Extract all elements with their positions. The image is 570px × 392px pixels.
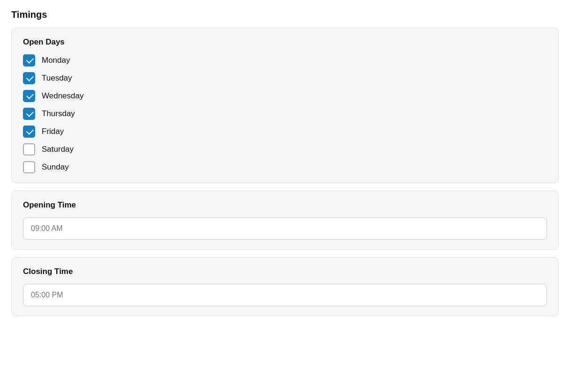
- page-title: Timings: [11, 9, 559, 20]
- checkbox-monday[interactable]: [23, 54, 35, 67]
- opening-time-title: Opening Time: [23, 200, 547, 210]
- open-days-card: Open Days MondayTuesdayWednesdayThursday…: [11, 28, 559, 183]
- day-item-friday[interactable]: Friday: [23, 126, 547, 138]
- checkbox-thursday[interactable]: [23, 108, 35, 120]
- checkbox-sunday[interactable]: [23, 161, 35, 173]
- day-label-saturday: Saturday: [42, 145, 74, 154]
- day-item-wednesday[interactable]: Wednesday: [23, 90, 547, 102]
- day-item-thursday[interactable]: Thursday: [23, 108, 547, 120]
- closing-time-card: Closing Time: [11, 257, 559, 316]
- closing-time-title: Closing Time: [23, 267, 547, 276]
- day-label-tuesday: Tuesday: [42, 74, 72, 83]
- day-label-wednesday: Wednesday: [42, 91, 83, 101]
- day-label-thursday: Thursday: [42, 109, 75, 118]
- day-label-friday: Friday: [42, 127, 64, 136]
- opening-time-input[interactable]: [23, 217, 547, 240]
- closing-time-input[interactable]: [23, 284, 547, 306]
- checkbox-tuesday[interactable]: [23, 72, 35, 84]
- checkbox-friday[interactable]: [23, 126, 35, 138]
- day-item-monday[interactable]: Monday: [23, 54, 547, 67]
- day-item-tuesday[interactable]: Tuesday: [23, 72, 547, 84]
- checkbox-saturday[interactable]: [23, 143, 35, 155]
- day-item-saturday[interactable]: Saturday: [23, 143, 547, 155]
- open-days-title: Open Days: [23, 37, 547, 47]
- day-label-sunday: Sunday: [42, 163, 69, 172]
- days-list: MondayTuesdayWednesdayThursdayFridaySatu…: [23, 54, 547, 173]
- opening-time-card: Opening Time: [11, 191, 559, 250]
- day-item-sunday[interactable]: Sunday: [23, 161, 547, 173]
- checkbox-wednesday[interactable]: [23, 90, 35, 102]
- day-label-monday: Monday: [42, 56, 70, 65]
